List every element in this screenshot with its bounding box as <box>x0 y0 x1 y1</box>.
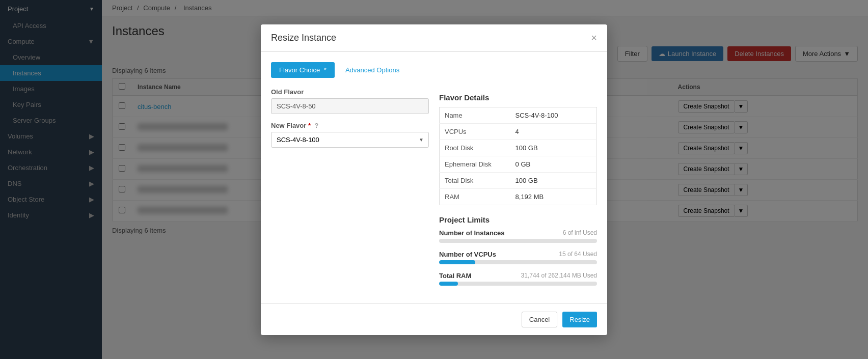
vcpus-limit-label: Number of VCPUs <box>439 251 496 258</box>
ram-limit-used: 31,744 of 262,144 MB Used <box>521 272 597 280</box>
flavor-detail-row: Name SCS-4V-8-100 <box>440 107 597 123</box>
flavor-detail-row: VCPUs 4 <box>440 123 597 140</box>
ram-limit: Total RAM 31,744 of 262,144 MB Used <box>439 272 597 286</box>
project-limits: Project Limits Number of Instances 6 of … <box>439 215 597 286</box>
new-flavor-group: New Flavor * ? SCS-4V-8-100 SCS-4V-8-50 … <box>271 122 429 148</box>
old-flavor-group: Old Flavor <box>271 88 429 114</box>
flavor-details: Flavor Details Name SCS-4V-8-100 VCPUs 4 <box>439 93 597 205</box>
vcpus-progress-bg <box>439 260 597 264</box>
modal-form-col: Old Flavor New Flavor * ? SCS-4V-8-100 <box>271 88 429 293</box>
modal-overlay: Resize Instance × Flavor Choice * Advanc… <box>0 0 868 359</box>
modal-body: Flavor Choice * Advanced Options Old Fla… <box>261 52 607 303</box>
vcpus-limit: Number of VCPUs 15 of 64 Used <box>439 251 597 264</box>
new-flavor-select[interactable]: SCS-4V-8-100 SCS-4V-8-50 SCS-4V-8-200 <box>271 132 429 148</box>
flavor-details-title: Flavor Details <box>439 93 597 102</box>
required-indicator: * <box>308 122 311 129</box>
flavor-detail-row: Total Disk 100 GB <box>440 172 597 188</box>
modal-footer: Cancel Resize <box>261 303 607 335</box>
cancel-button[interactable]: Cancel <box>522 312 557 327</box>
modal-two-col: Old Flavor New Flavor * ? SCS-4V-8-100 <box>271 88 597 293</box>
instances-limit-used: 6 of inf Used <box>563 229 597 237</box>
instances-limit-label: Number of Instances <box>439 229 505 237</box>
modal-tabs: Flavor Choice * Advanced Options <box>271 62 597 78</box>
tab-flavor-choice[interactable]: Flavor Choice * <box>271 62 335 78</box>
vcpus-limit-used: 15 of 64 Used <box>559 251 597 258</box>
flavor-detail-row: RAM 8,192 MB <box>440 188 597 205</box>
modal-title: Resize Instance <box>271 33 336 43</box>
help-icon[interactable]: ? <box>315 122 318 129</box>
project-limits-title: Project Limits <box>439 215 597 224</box>
ram-progress-bg <box>439 282 597 286</box>
new-flavor-label: New Flavor * ? <box>271 122 429 129</box>
flavor-detail-row: Ephemeral Disk 0 GB <box>440 156 597 172</box>
required-star: * <box>324 66 327 74</box>
old-flavor-label: Old Flavor <box>271 88 429 96</box>
modal-header: Resize Instance × <box>261 24 607 52</box>
ram-limit-label: Total RAM <box>439 272 471 280</box>
resize-instance-modal: Resize Instance × Flavor Choice * Advanc… <box>261 24 607 335</box>
flavor-details-table: Name SCS-4V-8-100 VCPUs 4 Root Disk 100 … <box>439 107 597 205</box>
modal-details-col: Flavor Details Name SCS-4V-8-100 VCPUs 4 <box>439 88 597 293</box>
old-flavor-input <box>271 98 429 114</box>
tab-advanced-options[interactable]: Advanced Options <box>337 62 408 78</box>
flavor-detail-row: Root Disk 100 GB <box>440 140 597 156</box>
modal-close-button[interactable]: × <box>591 32 597 44</box>
instances-limit: Number of Instances 6 of inf Used <box>439 229 597 243</box>
instances-progress-bg <box>439 239 597 243</box>
resize-button[interactable]: Resize <box>562 312 597 327</box>
new-flavor-select-wrapper: SCS-4V-8-100 SCS-4V-8-50 SCS-4V-8-200 <box>271 132 429 148</box>
vcpus-progress-fill <box>439 260 475 264</box>
ram-progress-fill <box>439 282 458 286</box>
